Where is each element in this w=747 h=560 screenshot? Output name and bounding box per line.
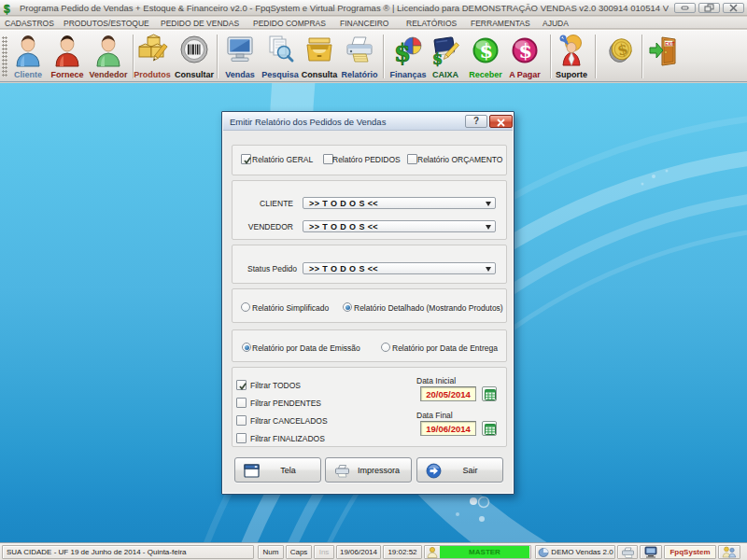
relatoro-pedidos-label: Relatóro PEDIDOS	[332, 155, 401, 164]
close-button[interactable]	[723, 3, 744, 13]
toolbar-button-vendedor[interactable]: Vendedor	[87, 32, 130, 81]
status-network-segment[interactable]	[640, 545, 662, 559]
dialog-close-button[interactable]	[489, 115, 513, 128]
menu-pedido-compras[interactable]: PEDIDO COMPRAS	[253, 19, 326, 28]
relatorio-simplificado-radio[interactable]	[241, 302, 250, 312]
filtrar-pendentes-label: Filtrar PENDENTES	[250, 399, 321, 408]
status-users-segment[interactable]	[718, 545, 740, 559]
filtrar-cancelados-label: Filtrar CANCELADOS	[250, 416, 328, 426]
data-emissao-radio[interactable]	[242, 343, 251, 352]
menu-relatorios[interactable]: RELATÓRIOS	[406, 19, 457, 28]
drawer-icon	[303, 34, 335, 67]
data-entrega-radio[interactable]	[381, 343, 390, 352]
filtrar-finalizados-label: Filtrar FINALIZADOS	[250, 434, 325, 443]
toolbar-button-label: Vendas	[225, 70, 255, 79]
status-brand: FpqSystem	[664, 545, 716, 559]
filtrar-todos-label: Filtrar TODOS	[250, 381, 301, 390]
toolbar-button-exit[interactable]: EXIT	[642, 32, 685, 81]
filtrar-cancelados-checkbox[interactable]	[236, 415, 247, 426]
status-time: 19:02:52	[383, 545, 422, 559]
toolbar-button-vendas[interactable]: Vendas	[218, 32, 261, 81]
toolbar-button-pesquisa[interactable]: Pesquisa	[259, 32, 302, 81]
status-pedido-combobox[interactable]: >> T O D O S <<	[303, 262, 496, 274]
status-bar: SUA CIDADE - UF 19 de Junho de 2014 - Qu…	[0, 542, 747, 560]
toolbar-button-consulta[interactable]: Consulta	[298, 32, 341, 81]
relatorio-detalhado-label: Relatório Detalhado (Mostrando Produtos)	[354, 303, 503, 313]
toolbar-button-label: Pesquisa	[261, 70, 299, 79]
toolbar-button-produtos[interactable]: Produtos	[131, 32, 174, 81]
toolbar-button-coin[interactable]: $	[599, 32, 642, 81]
cliente-combobox[interactable]: >> T O D O S <<	[303, 197, 496, 209]
toolbar-button-receber[interactable]: $ Receber	[464, 32, 507, 81]
svg-text:$: $	[394, 39, 411, 67]
relatorio-detalhado-radio[interactable]	[343, 302, 352, 312]
toolbar-button-a-pagar[interactable]: $ A Pagar	[503, 32, 546, 81]
relatorio-geral-checkbox[interactable]	[241, 154, 251, 164]
tela-button-label: Tela	[260, 458, 317, 482]
toolbar-button-relatorio[interactable]: Relatório	[338, 32, 381, 81]
exit-arrow-icon	[426, 463, 442, 479]
relatorio-orcamento-checkbox[interactable]	[407, 154, 417, 164]
minimize-button[interactable]	[674, 3, 696, 13]
toolbar-button-label: Receber	[469, 70, 502, 79]
dialog-help-button[interactable]: ?	[465, 115, 487, 128]
window-title: Programa Pedido de Vendas + Estoque & Fi…	[20, 3, 669, 13]
filtrar-pendentes-checkbox[interactable]	[236, 398, 247, 408]
toolbar-button-suporte[interactable]: Suporte	[550, 32, 593, 81]
menu-ajuda[interactable]: AJUDA	[543, 19, 569, 28]
app-icon: $	[3, 2, 15, 14]
toolbar-button-fornece[interactable]: Fornece	[46, 32, 89, 81]
relatorio-simplificado-label: Relatório Simplificado	[252, 303, 329, 313]
status-version: DEMO Vendas 2.0	[550, 548, 614, 556]
menu-pedido-de-vendas[interactable]: PEDIDO DE VENDAS	[161, 19, 239, 28]
data-inicial-input[interactable]: 20/05/2014	[420, 386, 476, 401]
toolbar-button-consultar[interactable]: Consultar	[173, 32, 216, 81]
date-type-group: Relatório por Data de Emissão Relatório …	[232, 329, 507, 362]
status-user-segment: MASTER	[424, 545, 531, 559]
filtrar-finalizados-checkbox[interactable]	[236, 433, 247, 443]
chevron-down-icon	[486, 225, 491, 230]
status-version-segment: DEMO Vendas 2.0	[535, 545, 615, 559]
toolbar-button-cliente[interactable]: Cliente	[7, 32, 49, 81]
data-final-calendar-button[interactable]	[482, 421, 497, 436]
toolbar: Cliente Fornece	[0, 30, 747, 82]
menu-ferramentas[interactable]: FERRAMENTAS	[471, 19, 530, 28]
data-final-input[interactable]: 19/06/2014	[420, 421, 476, 436]
sair-button-label: Sair	[442, 458, 499, 482]
svg-text:$: $	[519, 39, 533, 63]
toolbar-separator	[383, 35, 384, 78]
sair-button[interactable]: Sair	[416, 457, 503, 483]
status-num-lock: Num	[258, 545, 284, 559]
status-printer-segment[interactable]	[617, 545, 638, 559]
menu-cadastros[interactable]: CADASTROS	[5, 19, 54, 28]
coin-icon: $	[605, 34, 637, 67]
filtrar-todos-checkbox[interactable]	[236, 380, 247, 390]
dialog-title: Emitir Relatório dos Pedidos de Vendas	[230, 117, 386, 127]
version-icon	[538, 547, 550, 558]
toolbar-button-label: Fornece	[50, 70, 83, 79]
cliente-vendedor-group: CLIENTE >> T O D O S << VENDEDOR >> T O …	[232, 180, 507, 240]
toolbar-button-label: Produtos	[134, 70, 171, 79]
toolbar-button-caixa[interactable]: $ CAIXA	[424, 32, 467, 81]
report-dialog: Emitir Relatório dos Pedidos de Vendas ?…	[221, 111, 514, 495]
screen-window-icon	[244, 463, 260, 479]
svg-text:$: $	[4, 3, 10, 15]
restore-button[interactable]	[698, 3, 720, 13]
chevron-down-icon	[486, 267, 491, 272]
tela-button[interactable]: Tela	[234, 457, 321, 483]
dialog-titlebar[interactable]: Emitir Relatório dos Pedidos de Vendas ?	[223, 113, 513, 131]
menu-produtos-estoque[interactable]: PRODUTOS/ESTOQUE	[63, 19, 149, 28]
cliente-label: CLIENTE	[260, 199, 293, 208]
menu-financeiro[interactable]: FINANCEIRO	[340, 19, 388, 28]
toolbar-button-label: CAIXA	[432, 70, 458, 79]
toolbar-button-label: Cliente	[14, 70, 42, 79]
vendedor-combobox[interactable]: >> T O D O S <<	[303, 220, 496, 232]
vendedor-value: >> T O D O S <<	[309, 221, 378, 232]
supplier-person-icon	[51, 34, 83, 67]
products-boxes-icon	[136, 34, 168, 67]
impressora-button[interactable]: Impressora	[325, 457, 412, 483]
receive-coin-icon: $	[470, 34, 501, 67]
data-inicial-calendar-button[interactable]	[482, 386, 497, 401]
pay-coin-icon: $	[509, 34, 541, 67]
window-titlebar: $ Programa Pedido de Vendas + Estoque & …	[0, 0, 747, 16]
